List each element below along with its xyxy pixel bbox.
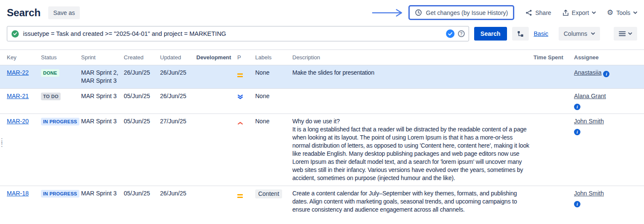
updated-cell: 26/Jun/25 (160, 186, 196, 218)
status-badge: DONE (41, 69, 59, 77)
tools-label: Tools (616, 9, 630, 16)
syntax-help-icon[interactable]: ? (458, 30, 465, 37)
info-icon[interactable]: i (574, 129, 580, 135)
labels-cell: None (255, 114, 292, 186)
col-header-priority[interactable]: P (237, 50, 255, 65)
top-bar: Search Save as Get changes (by Issue His… (0, 0, 644, 20)
updated-cell: 26/Jun/25 (160, 89, 196, 114)
results-table-wrap: Key Status Sprint Created Updated Develo… (0, 49, 644, 217)
time-spent-cell (533, 114, 574, 186)
jql-query-text: issuetype = Task and created >= "2025-04… (23, 30, 442, 37)
assignee-cell: John Smith i (574, 186, 644, 218)
sprint-cell: MAR Sprint 3 (81, 114, 124, 186)
status-badge: TO DO (41, 93, 61, 100)
description-cell: Create a content calendar for July–Septe… (292, 186, 533, 218)
export-icon (562, 9, 569, 16)
issue-row-mar-21: MAR-21 TO DO MAR Sprint 3 05/Jun/25 26/J… (0, 89, 644, 114)
col-header-status[interactable]: Status (41, 50, 81, 65)
updated-cell: 26/Jun/25 (160, 65, 196, 89)
columns-label: Columns (564, 30, 587, 37)
status-badge: IN PROGRESS (41, 118, 79, 125)
issue-key-link[interactable]: MAR-21 (7, 93, 29, 99)
created-cell: 05/Jun/25 (124, 186, 160, 218)
labels-cell: None (255, 89, 292, 114)
issue-navigator: Search Save as Get changes (by Issue His… (0, 0, 644, 217)
columns-button[interactable]: Columns (559, 27, 600, 41)
labels-cell: None (255, 65, 292, 89)
col-header-assignee[interactable]: Assignee (574, 50, 644, 65)
views-menu-button[interactable] (614, 27, 637, 41)
col-header-created[interactable]: Created (124, 50, 160, 65)
share-button[interactable]: Share (525, 8, 551, 18)
col-header-key[interactable]: Key (0, 50, 41, 65)
created-cell: 26/Jun/25 (124, 65, 160, 89)
issue-table: Key Status Sprint Created Updated Develo… (0, 50, 644, 217)
page-title: Search (7, 7, 41, 19)
share-label: Share (535, 9, 551, 16)
assignee-link[interactable]: Anastasiia (574, 69, 602, 76)
assignee-link[interactable]: John Smith (574, 190, 604, 197)
share-icon (525, 9, 532, 16)
priority-medium-icon (237, 70, 243, 77)
development-cell (196, 89, 237, 114)
issue-key-link[interactable]: MAR-22 (7, 69, 29, 76)
col-header-labels[interactable]: Labels (255, 50, 292, 65)
chevron-down-icon (633, 12, 637, 14)
export-label: Export (572, 9, 589, 16)
description-cell (292, 89, 533, 114)
description-cell: Make the slides for presentation (292, 65, 533, 89)
hamburger-icon (619, 31, 626, 36)
time-spent-cell (533, 186, 574, 218)
assignee-cell: John Smith i (574, 114, 644, 186)
development-cell (196, 114, 237, 186)
tools-button[interactable]: ⚙ Tools (607, 7, 637, 18)
info-icon[interactable]: i (603, 71, 609, 77)
get-changes-button[interactable]: Get changes (by Issue History) (408, 5, 514, 20)
col-header-updated[interactable]: Updated (160, 50, 196, 65)
export-button[interactable]: Export (562, 8, 596, 18)
priority-low-icon (237, 92, 243, 102)
col-header-description[interactable]: Description (292, 50, 533, 65)
chevron-down-icon (628, 32, 632, 35)
issue-key-link[interactable]: MAR-20 (7, 118, 29, 125)
development-cell (196, 65, 237, 89)
priority-high-icon (237, 117, 243, 127)
assignee-cell: Anastasiia i (574, 65, 644, 89)
autocomplete-check-icon[interactable] (446, 29, 455, 38)
query-valid-icon (12, 30, 19, 38)
table-header-row: Key Status Sprint Created Updated Develo… (0, 50, 644, 65)
created-cell: 05/Jun/25 (124, 89, 160, 114)
history-clock-icon (415, 9, 422, 16)
gear-icon: ⚙ (607, 9, 613, 16)
save-as-button[interactable]: Save as (48, 6, 80, 19)
row-drag-handle[interactable]: ⋮⋮ (0, 139, 5, 146)
assignee-link[interactable]: John Smith (574, 118, 604, 125)
chevron-down-icon (591, 32, 595, 35)
search-row: issuetype = Task and created >= "2025-04… (0, 20, 644, 41)
get-changes-label: Get changes (by Issue History) (426, 9, 508, 16)
status-badge: IN PROGRESS (41, 190, 79, 198)
label-chip[interactable]: Content (255, 189, 282, 198)
development-cell (196, 186, 237, 218)
created-cell: 05/Jun/25 (124, 114, 160, 186)
col-header-development[interactable]: Development (196, 50, 237, 65)
chevron-down-icon (592, 12, 596, 14)
hierarchy-icon (517, 31, 524, 37)
search-button[interactable]: Search (474, 27, 507, 41)
issue-row-mar-20: MAR-20 IN PROGRESS MAR Sprint 3 05/Jun/2… (0, 114, 644, 186)
hierarchy-toggle-button[interactable] (512, 27, 529, 41)
description-cell: Why do we use it? It is a long establish… (292, 114, 533, 186)
jql-input[interactable]: issuetype = Task and created >= "2025-04… (7, 26, 469, 41)
updated-cell: 27/Jun/25 (160, 114, 196, 186)
issue-key-link[interactable]: MAR-18 (7, 190, 29, 197)
col-header-sprint[interactable]: Sprint (81, 50, 124, 65)
priority-medium-icon (237, 191, 243, 198)
info-icon[interactable]: i (574, 104, 580, 110)
basic-mode-link[interactable]: Basic (534, 30, 548, 37)
assignee-link[interactable]: Alana Grant (574, 93, 606, 99)
info-icon[interactable]: i (574, 201, 580, 207)
sprint-cell: MAR Sprint 3 (81, 89, 124, 114)
col-header-time-spent[interactable]: Time Spent (533, 50, 574, 65)
time-spent-cell (533, 65, 574, 89)
issue-row-mar-18: MAR-18 IN PROGRESS MAR Sprint 3 05/Jun/2… (0, 186, 644, 218)
